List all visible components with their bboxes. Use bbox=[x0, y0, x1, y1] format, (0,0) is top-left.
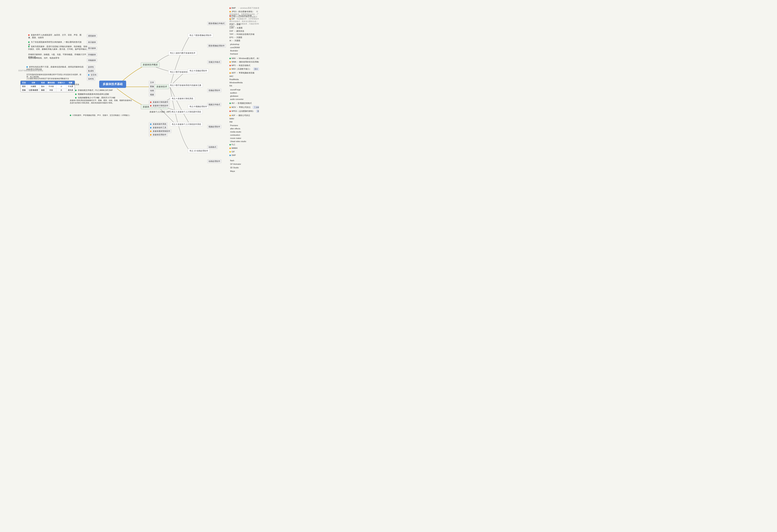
fmt-mov: MOV → 苹果公司的立 工业标准 bbox=[229, 106, 259, 109]
kp3-storage-fmt: 存储动画文件格式：FLC,MMM,GIF,SWF bbox=[75, 89, 114, 92]
fmt-wav: WAV → Windows默认格式，未压缩 bbox=[229, 57, 259, 60]
kp5-mpc: 多媒体个人计算机（MPC） bbox=[149, 110, 174, 114]
sw-coredraw: coreDRAW bbox=[229, 46, 241, 49]
video-software-label: 视频处理软件 bbox=[207, 125, 221, 129]
central-node: 多媒体技术基础 bbox=[99, 81, 126, 88]
branch-intro: 多媒体技术概述 bbox=[141, 62, 159, 67]
kp4-desc: 多媒体计算机系统是指能够对文字、图像、图形、动画、音频、视频等多媒体信息进行处理… bbox=[69, 99, 133, 105]
kp10-node: 考点 10 动画处理软件 bbox=[188, 149, 210, 153]
sw-combustion: combustion bbox=[229, 133, 241, 136]
col-composition: 组成 bbox=[39, 81, 46, 85]
fmt-tiff: TIFF → RGB的全彩模式存储 bbox=[229, 33, 254, 35]
audio-format-label: 音频文件格式 bbox=[207, 60, 221, 64]
sw-illustrator: illustrator bbox=[229, 49, 239, 52]
fmt-pcx: PCX → 压缩 bbox=[229, 23, 240, 26]
graphic-table: 区别 名称 组成 颜色信息 存储大小 细腻 图形 矢量图 指令 不丰富 小 不失… bbox=[20, 81, 75, 92]
sw-gifanimator: GF Animator bbox=[229, 163, 242, 166]
sw-aftereffects: after effects bbox=[229, 127, 241, 130]
sw-goldwave: glodwave bbox=[229, 95, 239, 97]
anim-software-label: 动画处理软件 bbox=[207, 159, 221, 163]
kp4-node: 考点 4 多媒体计算机系统 bbox=[170, 97, 195, 101]
sw-ulead: Ulead video studio bbox=[229, 140, 247, 143]
kp3-animation: 动画 bbox=[149, 89, 155, 93]
kp3-video: 视频 bbox=[149, 93, 155, 97]
fmt-asf: ASF → 微软公司的立 bbox=[229, 114, 250, 117]
anim-format-label: 动画格式 bbox=[207, 145, 218, 149]
kp1-node: 考点 1 媒体与数字多媒体技术 bbox=[168, 51, 197, 55]
fmt-wma: WMA → 微软使用的音乐应用格式 bbox=[229, 61, 259, 63]
sw-maya: Maya bbox=[229, 170, 236, 173]
kp9-node: 考点 9 音频处理软件 bbox=[188, 69, 209, 73]
kp1-display: 也称为现实媒体，是进行信息输入和输出的媒体，包括键盘、鼠标、扫描仪、话筒、摄像机… bbox=[27, 45, 91, 51]
image-file-format-label: 图形/图像文件格式 bbox=[207, 22, 226, 25]
fmt-rm: RM bbox=[229, 121, 232, 123]
kp3-image: 图像 bbox=[149, 85, 155, 88]
sw-audition: audition bbox=[229, 91, 238, 94]
fmt-gif-anim: GIF bbox=[229, 150, 235, 153]
transfer-media-label: 传输媒体 bbox=[87, 59, 97, 62]
sw-premiere: Premiere bbox=[229, 124, 239, 127]
fmt-psd: PSD → Photoshop专用 bbox=[229, 14, 252, 17]
fmt-mmm4: MMM4 bbox=[229, 147, 238, 149]
col-name: 名称 bbox=[27, 81, 40, 85]
kp2-realtime-label: 实时性 bbox=[87, 77, 95, 81]
comparison-table: 区别 名称 组成 颜色信息 存储大小 细腻 图形 矢量图 指令 不丰富 小 不失… bbox=[20, 81, 75, 92]
fmt-bmp: BMP → windows系统下的标准位图格式 → 未经压缩 bbox=[229, 7, 259, 9]
fmt-mpeg: MPEG（运动图像专家组） 国际标准 有损压缩 bbox=[229, 110, 259, 112]
graphic-image-label: 图形/图像 bbox=[71, 83, 80, 86]
image-software-label: 图形/图像处理软件 bbox=[207, 44, 226, 48]
fmt-ra: RA bbox=[229, 85, 232, 87]
kp4-hw: 多媒体计算机硬件 bbox=[149, 100, 170, 104]
kp6-dev: 多媒体素材剪辑软件 bbox=[149, 129, 172, 133]
col-type: 区别 bbox=[21, 81, 27, 85]
audio-software-label: 音频处理软件 bbox=[207, 89, 221, 92]
sense-media-label: 感觉媒体 bbox=[87, 34, 97, 38]
fmt-cdr: CDR → 矢量图 bbox=[229, 26, 242, 29]
display-media-label: 显示媒体 bbox=[87, 46, 97, 50]
sw-flash: flash bbox=[229, 159, 235, 162]
kp3-text: 文本 bbox=[149, 81, 155, 84]
fmt-eps: EPS → 关量图 bbox=[229, 36, 242, 39]
fmt-wmv: WMV bbox=[229, 118, 234, 120]
kp2-note: 区别于传统信息媒体的主要特征 bbox=[18, 69, 44, 72]
col-size: 存储大小 bbox=[56, 81, 66, 85]
kp6-apps: 多媒体应用软件 bbox=[149, 133, 168, 136]
sw-freehand: freehand bbox=[229, 52, 238, 55]
storage-media-label: 存储媒体 bbox=[87, 53, 97, 57]
kp6-os: 多媒体操作系统 bbox=[149, 122, 168, 126]
express-media-label: 表示媒体 bbox=[87, 40, 97, 44]
fmt-realmedia: RealMedia bbox=[229, 78, 239, 81]
sw-mediastudio: media studio bbox=[229, 130, 242, 133]
table-row-graphic: 图形 矢量图 指令 不丰富 小 不失真 bbox=[21, 85, 75, 88]
fmt-avi: AVI → 音/视频交错格式 bbox=[229, 102, 252, 105]
fmt-aiff: AIFF → 苹果电脑标准音频 bbox=[229, 72, 254, 74]
table-row-image: 图像 位图/像素图 像素 丰富 大 易失真 bbox=[21, 88, 75, 92]
kp1-sense: 直接作用于人的感觉器官，如语音、文字、语音、声音、图像、图形、动画等 bbox=[27, 33, 84, 39]
kp5-components: 计算机硬件、声音视频处理器、声卡、音频卡、交互控制接口（USB接口） bbox=[69, 114, 132, 117]
sw-soundforge: soundForge bbox=[229, 88, 241, 91]
kp2-integration-label: 集成性 bbox=[87, 69, 95, 73]
branch-tech: 多媒体技术 bbox=[154, 84, 169, 89]
video-format-label: 视频文件格式 bbox=[207, 103, 221, 106]
kp2-interactivity-label: 交互性 bbox=[87, 73, 98, 77]
kp3-video-note1: 视频帧和动画最基本的组成单位是帧 bbox=[75, 93, 110, 96]
fmt-ai: AI → 关量图 bbox=[229, 39, 240, 42]
fmt-mp3: MP3 → 有损压缩格式 bbox=[229, 64, 250, 67]
kp6-tools: 多媒体创作工具 bbox=[149, 126, 168, 129]
kp1-transfer: 包括传输网络线、光纤、电缆或零等 bbox=[27, 56, 60, 60]
kp5-node: 考点 5 多媒体个人计算机硬件系统 bbox=[170, 110, 203, 114]
fmt-flc: FLC bbox=[229, 143, 235, 145]
kp6-node: 考点 6 多媒体个人计算机软件系统 bbox=[170, 122, 203, 126]
fmt-swf: SWF bbox=[229, 154, 236, 156]
sw-audioconverter: audio converter bbox=[229, 98, 244, 101]
kp4-sw: 多媒体计算机软件 bbox=[149, 104, 170, 108]
kp8-node: 考点 8 视频处理软件 bbox=[188, 105, 209, 109]
fmt-windowsmedia: WindowsMedia bbox=[229, 82, 243, 84]
sw-moviemaker: movie maker bbox=[229, 137, 242, 139]
fmt-gif: GIF 8位图像文件，几乎所有软件都支持该格式，将多张位图组合成一个文件，形成动… bbox=[229, 18, 259, 28]
fmt-midi: MIDI（乐器数字接口） 国令 国际标准 bbox=[229, 68, 259, 70]
mindmap-canvas: 多媒体技术基础 多媒体技术概述 考点 1 媒体与数字多媒体技术 直接作用于人的感… bbox=[0, 0, 259, 177]
kp2-diversity-label: 多样性 bbox=[87, 65, 95, 69]
kp7-node: 考点 7 图形/图像处理软件 bbox=[188, 33, 213, 37]
fmt-dxf: DXF → 建筑首选 bbox=[229, 30, 244, 32]
